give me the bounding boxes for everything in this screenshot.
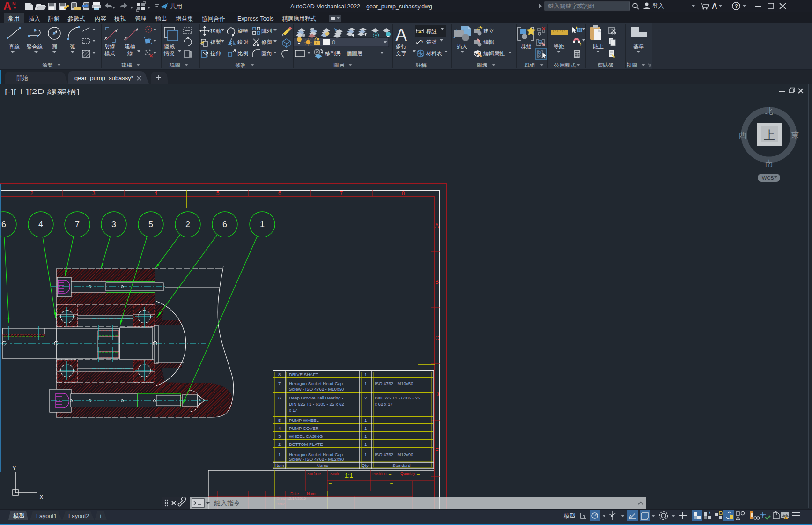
svg-text:增益集: 增益集 — [175, 15, 194, 22]
svg-text:DIN 625 T1 - 6305 - 25: DIN 625 T1 - 6305 - 25 — [375, 395, 420, 400]
svg-text:模式: 模式 — [104, 51, 116, 56]
svg-text:輸出: 輸出 — [155, 15, 167, 22]
svg-text:3: 3 — [92, 190, 96, 197]
svg-text:編輯屬性: 編輯屬性 — [483, 51, 505, 56]
svg-text:直線: 直線 — [8, 44, 20, 50]
svg-text:弧: 弧 — [70, 44, 76, 50]
svg-text:陣列: 陣列 — [261, 28, 272, 34]
svg-text:–: – — [389, 471, 392, 477]
svg-text:Layout2: Layout2 — [68, 513, 89, 519]
svg-text:1:1: 1:1 — [345, 472, 353, 479]
svg-text:2: 2 — [364, 395, 367, 400]
svg-text:射線: 射線 — [104, 44, 116, 49]
svg-text:精選應用程式: 精選應用程式 — [282, 15, 316, 22]
svg-text:C: C — [435, 335, 439, 341]
svg-text:檢視: 檢視 — [114, 15, 126, 22]
svg-text:6: 6 — [1, 220, 6, 229]
svg-text:建構: 建構 — [125, 44, 136, 49]
svg-text:詳圖: 詳圖 — [170, 62, 180, 68]
svg-text:[-][上][2D 線架構]: [-][上][2D 線架構] — [5, 88, 80, 95]
svg-text:1: 1 — [278, 452, 281, 457]
svg-text:Qty: Qty — [362, 463, 369, 468]
svg-text:BOTTOM PLATE: BOTTOM PLATE — [289, 442, 323, 447]
svg-text:2: 2 — [185, 220, 190, 229]
svg-text:x 62 x 17: x 62 x 17 — [375, 401, 393, 407]
svg-text:Position: Position — [372, 472, 387, 476]
svg-text:協同合作: 協同合作 — [202, 15, 226, 22]
svg-text:插入: 插入 — [29, 15, 41, 22]
svg-text:–: – — [390, 480, 393, 486]
svg-text:6: 6 — [222, 220, 227, 229]
svg-text:5: 5 — [148, 220, 153, 229]
svg-text:gear_pump_subassy.dwg: gear_pump_subassy.dwg — [366, 3, 432, 10]
svg-text:繪製: 繪製 — [42, 62, 53, 68]
svg-text:複製: 複製 — [210, 39, 221, 45]
svg-text:1: 1 — [364, 381, 367, 386]
svg-text:貼上: 貼上 — [593, 44, 604, 49]
svg-text:7: 7 — [278, 381, 281, 386]
svg-text:Hexagon Socket Head Cap: Hexagon Socket Head Cap — [289, 381, 343, 386]
svg-text:B: B — [435, 279, 439, 285]
svg-text:剪貼簿: 剪貼簿 — [598, 62, 613, 68]
svg-text:公用程式: 公用程式 — [554, 62, 576, 68]
svg-text:多行: 多行 — [396, 44, 407, 49]
svg-text:5: 5 — [278, 418, 281, 423]
svg-text:ISO 4762 - M10x50: ISO 4762 - M10x50 — [375, 381, 413, 386]
svg-text:DIN 625 T1 - 6305 - 25 x 62: DIN 625 T1 - 6305 - 25 x 62 — [289, 401, 344, 407]
svg-text:gear_pump_subassy*: gear_pump_subassy* — [74, 74, 133, 81]
svg-text:鏡射: 鏡射 — [237, 39, 249, 45]
svg-text:Express Tools: Express Tools — [237, 15, 274, 22]
svg-text:4: 4 — [38, 220, 43, 229]
svg-text:Quantity: Quantity — [400, 471, 415, 476]
svg-text:PUMP COVER: PUMP COVER — [289, 426, 319, 431]
svg-text:上: 上 — [764, 128, 775, 141]
svg-text:圖塊: 圖塊 — [477, 62, 488, 68]
svg-text:–: – — [417, 471, 420, 477]
svg-text:Date: Date — [290, 491, 299, 496]
svg-text:拉伸: 拉伸 — [210, 51, 221, 56]
svg-text:2: 2 — [30, 190, 34, 197]
svg-text:Deep Groove Ball Bearing -: Deep Groove Ball Bearing - — [289, 395, 343, 400]
svg-text:編輯: 編輯 — [483, 39, 495, 45]
svg-text:移動: 移動 — [210, 28, 221, 34]
svg-text:X: X — [39, 494, 44, 501]
svg-text:–: – — [390, 486, 393, 491]
svg-text:A: A — [3, 0, 11, 12]
svg-text:1: 1 — [364, 426, 367, 431]
svg-text:Name: Name — [307, 491, 317, 496]
svg-text:ISO 4762 - M12x90: ISO 4762 - M12x90 — [375, 452, 413, 457]
svg-text:Layout1: Layout1 — [36, 513, 57, 519]
svg-text:材料表: 材料表 — [426, 51, 442, 56]
svg-text:A: A — [712, 2, 717, 10]
svg-text:標註: 標註 — [426, 29, 437, 34]
svg-text:Screw - ISO 4762 - M10x50: Screw - ISO 4762 - M10x50 — [289, 386, 344, 392]
svg-text:A: A — [421, 39, 423, 44]
svg-text:AutoCAD Mechanical 2022: AutoCAD Mechanical 2022 — [290, 3, 360, 10]
svg-text:鍵入關鍵字或詞組: 鍵入關鍵字或詞組 — [548, 3, 595, 9]
svg-text:模型: 模型 — [563, 513, 576, 519]
svg-text:1: 1 — [364, 442, 367, 447]
svg-text:8: 8 — [402, 190, 405, 197]
svg-text:南: 南 — [765, 159, 773, 168]
svg-text:群組: 群組 — [524, 62, 535, 68]
svg-text:8: 8 — [278, 372, 281, 377]
svg-text:註解: 註解 — [416, 62, 427, 68]
svg-text:4: 4 — [155, 190, 158, 197]
svg-text:3: 3 — [111, 220, 116, 229]
svg-text:聚合線: 聚合線 — [27, 44, 43, 50]
svg-text:3: 3 — [278, 434, 281, 439]
svg-text:開始: 開始 — [16, 75, 28, 81]
svg-text:4: 4 — [278, 426, 281, 431]
svg-text:情況: 情況 — [163, 51, 175, 56]
svg-text:基準: 基準 — [633, 44, 644, 49]
svg-text:比例: 比例 — [237, 51, 248, 56]
svg-text:–: – — [329, 486, 332, 491]
svg-text:插入: 插入 — [457, 44, 468, 49]
svg-text:視圖: 視圖 — [627, 62, 637, 68]
svg-text:管理: 管理 — [135, 15, 147, 22]
svg-text:隱藏: 隱藏 — [164, 44, 175, 49]
svg-text:Standard: Standard — [392, 463, 411, 468]
svg-text:7: 7 — [340, 190, 343, 197]
svg-text:Item: Item — [275, 463, 284, 468]
svg-text:6: 6 — [278, 395, 281, 400]
